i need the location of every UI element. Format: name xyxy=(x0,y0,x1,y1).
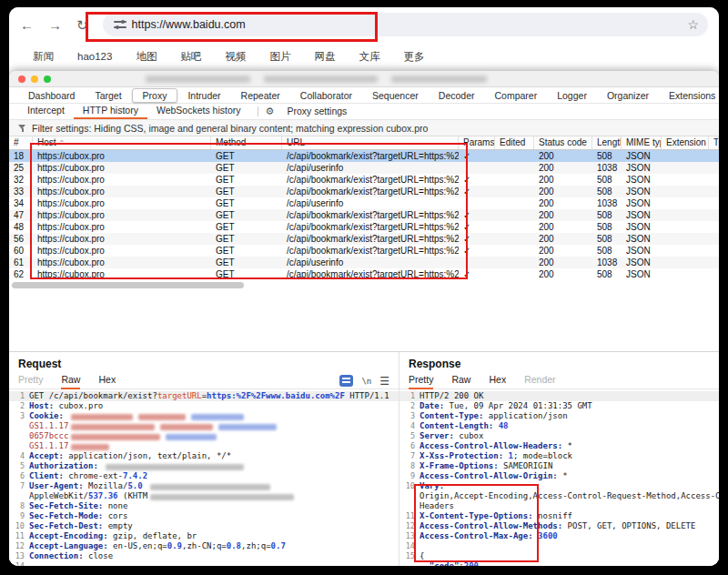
site-link--[interactable]: 贴吧 xyxy=(180,50,201,64)
column-header-length[interactable]: Length xyxy=(592,136,622,149)
code-line: 2Host: cubox.pro xyxy=(9,401,399,411)
history-table-header: #Host⌃MethodURLParamsEditedStatus codeLe… xyxy=(9,136,719,150)
hscrollbar-thumb[interactable] xyxy=(12,282,244,288)
editor-search-toggle-icon[interactable] xyxy=(339,375,353,387)
close-window-icon[interactable] xyxy=(18,76,25,83)
code-line: 12Access-Control-Allow-Methods: POST, GE… xyxy=(399,521,719,531)
column-header-host[interactable]: Host⌃ xyxy=(33,136,211,149)
code-line: 7User-Agent: Mozilla/5.0 xyxy=(9,481,399,491)
tab-proxy-settings[interactable]: Proxy settings xyxy=(278,105,356,118)
code-line: 3Cookie: xyxy=(9,411,399,421)
line-number: 9 xyxy=(399,471,420,481)
site-link--[interactable]: 地图 xyxy=(136,50,157,64)
column-header--[interactable]: # xyxy=(9,136,33,149)
line-number: 2 xyxy=(399,401,420,411)
code-line: 6Client: chrome-ext-7.4.2 xyxy=(9,471,399,481)
code-line: 1HTTP/2 200 OK xyxy=(399,391,719,401)
line-number: 3 xyxy=(399,411,420,421)
site-link-hao123[interactable]: hao123 xyxy=(77,51,112,62)
site-link--[interactable]: 视频 xyxy=(225,50,246,64)
site-link--[interactable]: 网盘 xyxy=(314,50,335,64)
tab-logger[interactable]: Logger xyxy=(547,89,597,102)
back-icon[interactable]: ← xyxy=(20,18,34,32)
code-line: 9Access-Control-Allow-Origin: * xyxy=(399,471,719,481)
url-text[interactable]: https://www.baidu.com xyxy=(132,18,246,31)
history-row[interactable]: 47https://cubox.proGET/c/api/bookmark/ex… xyxy=(9,209,719,221)
site-link--[interactable]: 更多 xyxy=(403,50,424,64)
history-row[interactable]: 60https://cubox.proGET/c/api/bookmark/ex… xyxy=(9,245,719,257)
history-filter-bar[interactable]: Filter settings: Hiding CSS, image and g… xyxy=(9,120,719,136)
reload-icon[interactable]: ↻ xyxy=(76,18,88,32)
tab-organizer[interactable]: Organizer xyxy=(597,89,659,102)
response-editor-content[interactable]: 1HTTP/2 200 OK2Date: Tue, 09 Apr 2024 01… xyxy=(399,389,719,566)
tab-intercept[interactable]: Intercept xyxy=(18,104,74,117)
line-number: 10 xyxy=(9,521,29,531)
editor-tab-pretty[interactable]: Pretty xyxy=(409,373,433,389)
editor-tab-hex[interactable]: Hex xyxy=(98,373,116,388)
history-row[interactable]: 56https://cubox.proGET/c/api/bookmark/ex… xyxy=(9,233,719,245)
column-header-mime-type[interactable]: MIME type xyxy=(622,136,662,149)
forward-icon[interactable]: → xyxy=(48,18,62,32)
history-row[interactable]: 62https://cubox.proGET/c/api/bookmark/ex… xyxy=(9,268,719,280)
column-header-edited[interactable]: Edited xyxy=(495,136,534,149)
tab-sequencer[interactable]: Sequencer xyxy=(362,89,429,102)
editor-menu-icon[interactable]: ☰ xyxy=(379,376,389,387)
browser-toolbar: ← → ↻ https://www.baidu.com ☆ xyxy=(9,7,719,42)
line-number: 3 xyxy=(9,411,29,421)
line-number: 7 xyxy=(9,481,29,491)
tab-intruder[interactable]: Intruder xyxy=(177,89,230,102)
history-row[interactable]: 33https://cubox.proGET/c/api/bookmark/ex… xyxy=(9,186,719,197)
show-newlines-icon[interactable]: \n xyxy=(361,377,371,386)
redacted-title-text xyxy=(264,76,378,83)
tab-dashboard[interactable]: Dashboard xyxy=(18,89,85,102)
history-row[interactable]: 48https://cubox.proGET/c/api/bookmark/ex… xyxy=(9,221,719,233)
history-table-body: 18https://cubox.proGET/c/api/bookmark/ex… xyxy=(9,150,719,280)
tab-http-history[interactable]: HTTP history xyxy=(74,104,147,119)
line-number: 6 xyxy=(399,441,420,451)
column-header-url[interactable]: URL xyxy=(282,136,459,149)
editor-tab-hex[interactable]: Hex xyxy=(489,373,506,388)
line-number xyxy=(9,431,29,441)
line-number xyxy=(9,441,29,451)
tab-collaborator[interactable]: Collaborator xyxy=(290,89,362,102)
column-header-status-code[interactable]: Status code xyxy=(534,136,592,149)
line-number: 12 xyxy=(399,521,420,531)
screenshot-root: ← → ↻ https://www.baidu.com ☆ 新闻hao123地图… xyxy=(0,0,728,575)
request-editor-content[interactable]: 1GET /c/api/bookmark/exist?targetURL=htt… xyxy=(9,389,399,566)
site-controls-icon[interactable] xyxy=(114,20,126,29)
history-row[interactable]: 61https://cubox.proGET/c/api/userinfo200… xyxy=(9,257,719,268)
editor-tab-raw[interactable]: Raw xyxy=(451,373,470,388)
line-number: 10 xyxy=(399,481,420,491)
tab-repeater[interactable]: Repeater xyxy=(231,89,290,102)
site-link--[interactable]: 新闻 xyxy=(33,50,54,64)
column-header-extension[interactable]: Extension xyxy=(662,136,709,149)
zoom-window-icon[interactable] xyxy=(44,76,51,83)
history-row[interactable]: 18https://cubox.proGET/c/api/bookmark/ex… xyxy=(9,150,719,162)
code-line: 13Connection: close xyxy=(9,551,399,561)
minimize-window-icon[interactable] xyxy=(31,76,38,83)
bookmark-star-icon[interactable]: ☆ xyxy=(687,17,699,32)
tab-target[interactable]: Target xyxy=(85,89,131,102)
site-link--[interactable]: 图片 xyxy=(269,50,290,64)
code-line: 8Sec-Fetch-Site: none xyxy=(9,501,399,511)
history-row[interactable]: 32https://cubox.proGET/c/api/bookmark/ex… xyxy=(9,174,719,186)
site-link--[interactable]: 文库 xyxy=(359,50,379,64)
tab-websockets-history[interactable]: WebSockets history xyxy=(147,104,250,117)
tab-extensions[interactable]: Extensions xyxy=(659,89,719,102)
column-header-method[interactable]: Method xyxy=(211,136,282,149)
tab-proxy[interactable]: Proxy xyxy=(132,88,178,103)
history-row[interactable]: 25https://cubox.proGET/c/api/userinfo200… xyxy=(9,162,719,174)
address-bar[interactable]: https://www.baidu.com ☆ xyxy=(103,13,708,36)
history-hscrollbar[interactable] xyxy=(9,280,719,290)
tab-comparer[interactable]: Comparer xyxy=(485,89,548,102)
column-header-t[interactable]: T xyxy=(709,136,719,149)
column-header-params[interactable]: Params xyxy=(459,136,495,149)
code-line: 11Accept-Encoding: gzip, deflate, br xyxy=(9,531,399,541)
code-line: 5Server: cubox xyxy=(399,431,719,441)
code-line: Headers xyxy=(399,501,719,511)
redacted-text xyxy=(160,424,213,430)
line-number: 13 xyxy=(399,531,420,541)
tab-decoder[interactable]: Decoder xyxy=(429,89,485,102)
history-row[interactable]: 34https://cubox.proGET/c/api/userinfo200… xyxy=(9,197,719,209)
editor-tab-raw[interactable]: Raw xyxy=(61,373,80,389)
